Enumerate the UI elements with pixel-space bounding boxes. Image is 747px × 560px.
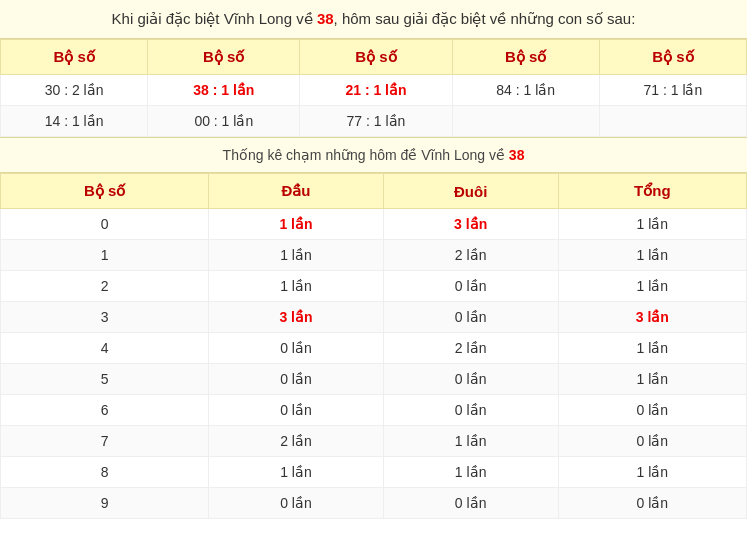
stats-dau: 2 lần — [209, 426, 383, 457]
stats-duoi: 2 lần — [383, 333, 558, 364]
stats-bo-so: 6 — [1, 395, 209, 426]
stats-duoi: 3 lần — [383, 209, 558, 240]
cell: 77 : 1 lần — [300, 106, 452, 137]
stats-tong: 3 lần — [558, 302, 746, 333]
stats-tong: 1 lần — [558, 271, 746, 302]
stats-tong: 1 lần — [558, 209, 746, 240]
stats-col-duoi: Đuôi — [383, 174, 558, 209]
stats-dau: 3 lần — [209, 302, 383, 333]
col-header-3: Bộ số — [300, 40, 452, 75]
section-divider: Thống kê chạm những hôm đề Vĩnh Long về … — [0, 137, 747, 173]
stats-dau: 1 lần — [209, 209, 383, 240]
cell — [599, 106, 746, 137]
stats-tong: 1 lần — [558, 240, 746, 271]
stats-row: 90 lần0 lần0 lần — [1, 488, 747, 519]
stats-row: 21 lần0 lần1 lần — [1, 271, 747, 302]
divider-text-before: Thống kê chạm những hôm đề Vĩnh Long về — [223, 147, 509, 163]
stats-row: 11 lần2 lần1 lần — [1, 240, 747, 271]
col-header-4: Bộ số — [452, 40, 599, 75]
stats-bo-so: 1 — [1, 240, 209, 271]
stats-tong: 0 lần — [558, 488, 746, 519]
stats-bo-so: 2 — [1, 271, 209, 302]
stats-row: 01 lần3 lần1 lần — [1, 209, 747, 240]
stats-bo-so: 7 — [1, 426, 209, 457]
stats-dau: 1 lần — [209, 240, 383, 271]
stats-row: 72 lần1 lần0 lần — [1, 426, 747, 457]
stats-bo-so: 0 — [1, 209, 209, 240]
stats-duoi: 0 lần — [383, 302, 558, 333]
bo-so-section: Bộ số Bộ số Bộ số Bộ số Bộ số 30 : 2 lần… — [0, 39, 747, 137]
stats-dau: 1 lần — [209, 271, 383, 302]
header-text-after: , hôm sau giải đặc biệt về những con số … — [334, 10, 636, 27]
stats-dau: 0 lần — [209, 488, 383, 519]
stats-bo-so: 3 — [1, 302, 209, 333]
stats-duoi: 0 lần — [383, 488, 558, 519]
stats-duoi: 0 lần — [383, 364, 558, 395]
header-number: 38 — [317, 10, 334, 27]
cell: 21 : 1 lần — [300, 75, 452, 106]
stats-duoi: 1 lần — [383, 457, 558, 488]
stats-duoi: 2 lần — [383, 240, 558, 271]
cell: 71 : 1 lần — [599, 75, 746, 106]
cell — [452, 106, 599, 137]
stats-col-bo-so: Bộ số — [1, 174, 209, 209]
cell: 84 : 1 lần — [452, 75, 599, 106]
stats-dau: 0 lần — [209, 395, 383, 426]
divider-number: 38 — [509, 147, 525, 163]
cell: 14 : 1 lần — [1, 106, 148, 137]
stats-section: Bộ số Đầu Đuôi Tổng 01 lần3 lần1 lần11 l… — [0, 173, 747, 519]
header-section: Khi giải đặc biệt Vĩnh Long về 38, hôm s… — [0, 0, 747, 39]
stats-bo-so: 5 — [1, 364, 209, 395]
cell: 00 : 1 lần — [148, 106, 300, 137]
stats-tong: 1 lần — [558, 364, 746, 395]
stats-duoi: 0 lần — [383, 395, 558, 426]
stats-row: 33 lần0 lần3 lần — [1, 302, 747, 333]
table-row: 30 : 2 lần 38 : 1 lần 21 : 1 lần 84 : 1 … — [1, 75, 747, 106]
col-header-5: Bộ số — [599, 40, 746, 75]
stats-bo-so: 9 — [1, 488, 209, 519]
stats-dau: 1 lần — [209, 457, 383, 488]
stats-bo-so: 4 — [1, 333, 209, 364]
stats-col-dau: Đầu — [209, 174, 383, 209]
stats-row: 40 lần2 lần1 lần — [1, 333, 747, 364]
stats-row: 50 lần0 lần1 lần — [1, 364, 747, 395]
col-header-2: Bộ số — [148, 40, 300, 75]
stats-row: 60 lần0 lần0 lần — [1, 395, 747, 426]
stats-dau: 0 lần — [209, 333, 383, 364]
header-text-before: Khi giải đặc biệt Vĩnh Long về — [112, 10, 317, 27]
stats-row: 81 lần1 lần1 lần — [1, 457, 747, 488]
bo-so-table: Bộ số Bộ số Bộ số Bộ số Bộ số 30 : 2 lần… — [0, 39, 747, 137]
stats-table: Bộ số Đầu Đuôi Tổng 01 lần3 lần1 lần11 l… — [0, 173, 747, 519]
stats-duoi: 1 lần — [383, 426, 558, 457]
stats-tong: 0 lần — [558, 426, 746, 457]
stats-col-tong: Tổng — [558, 174, 746, 209]
cell: 30 : 2 lần — [1, 75, 148, 106]
table-row: 14 : 1 lần 00 : 1 lần 77 : 1 lần — [1, 106, 747, 137]
stats-bo-so: 8 — [1, 457, 209, 488]
stats-tong: 0 lần — [558, 395, 746, 426]
cell: 38 : 1 lần — [148, 75, 300, 106]
stats-tong: 1 lần — [558, 457, 746, 488]
col-header-1: Bộ số — [1, 40, 148, 75]
stats-dau: 0 lần — [209, 364, 383, 395]
stats-tong: 1 lần — [558, 333, 746, 364]
stats-duoi: 0 lần — [383, 271, 558, 302]
